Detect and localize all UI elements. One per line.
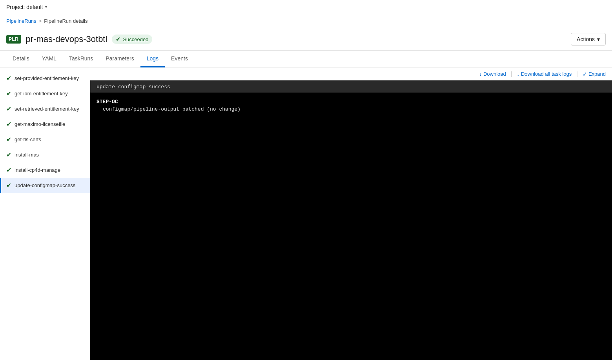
breadcrumb-separator: > bbox=[39, 18, 42, 24]
sidebar-item-set-provided-entitlement-key[interactable]: ✔ set-provided-entitlement-key bbox=[0, 71, 90, 86]
check-icon: ✔ bbox=[6, 136, 11, 143]
check-icon: ✔ bbox=[6, 75, 11, 82]
tab-logs[interactable]: Logs bbox=[140, 51, 165, 67]
sidebar-item-get-ibm-entitlement-key[interactable]: ✔ get-ibm-entitlement-key bbox=[0, 86, 90, 101]
sidebar-item-label: update-configmap-success bbox=[15, 182, 75, 188]
sidebar-item-label: get-ibm-entitlement-key bbox=[15, 91, 68, 96]
tab-details[interactable]: Details bbox=[6, 51, 36, 67]
sidebar-item-install-mas[interactable]: ✔ install-mas bbox=[0, 147, 90, 162]
download-label: Download bbox=[483, 71, 506, 77]
download-icon: ↓ bbox=[479, 71, 482, 77]
expand-label: Expand bbox=[588, 71, 606, 77]
project-selector[interactable]: Project: default ▾ bbox=[6, 4, 47, 10]
tabs-bar: Details YAML TaskRuns Parameters Logs Ev… bbox=[0, 51, 612, 67]
tab-events[interactable]: Events bbox=[165, 51, 194, 67]
sidebar-item-update-configmap-success[interactable]: ✔ update-configmap-success bbox=[0, 178, 90, 193]
breadcrumb: PipelineRuns > PipelineRun details bbox=[0, 14, 612, 28]
status-check-icon: ✔ bbox=[116, 36, 121, 43]
log-line: configmap/pipeline-output patched (no ch… bbox=[97, 106, 606, 112]
breadcrumb-current: PipelineRun details bbox=[44, 18, 87, 24]
expand-link[interactable]: ⤢ Expand bbox=[583, 71, 606, 77]
toolbar-separator-1: | bbox=[511, 71, 512, 77]
sidebar-item-label: set-provided-entitlement-key bbox=[15, 75, 79, 81]
download-link[interactable]: ↓ Download bbox=[479, 71, 506, 77]
status-text: Succeeded bbox=[123, 36, 148, 42]
log-title-bar: update-configmap-success bbox=[90, 80, 612, 93]
toolbar-separator-2: | bbox=[576, 71, 578, 77]
actions-label: Actions bbox=[577, 36, 595, 42]
breadcrumb-link[interactable]: PipelineRuns bbox=[6, 18, 36, 24]
download-all-link[interactable]: ↓ Download all task logs bbox=[517, 71, 572, 77]
log-toolbar: ↓ Download | ↓ Download all task logs | … bbox=[90, 67, 612, 80]
pipeline-run-name: pr-mas-devops-3otbtl bbox=[26, 34, 107, 44]
actions-button[interactable]: Actions ▾ bbox=[571, 33, 606, 46]
project-chevron-icon: ▾ bbox=[45, 5, 47, 9]
download-all-label: Download all task logs bbox=[521, 71, 572, 77]
sidebar-item-install-cp4d-manage[interactable]: ✔ install-cp4d-manage bbox=[0, 162, 90, 178]
sidebar-item-get-maximo-licensefile[interactable]: ✔ get-maximo-licensefile bbox=[0, 116, 90, 132]
check-icon: ✔ bbox=[6, 166, 11, 174]
log-body: STEP-OC configmap/pipeline-output patche… bbox=[90, 93, 612, 360]
page-header: PLR pr-mas-devops-3otbtl ✔ Succeeded Act… bbox=[0, 28, 612, 51]
sidebar-item-get-tls-certs[interactable]: ✔ get-tls-certs bbox=[0, 132, 90, 147]
tab-parameters[interactable]: Parameters bbox=[99, 51, 140, 67]
sidebar-item-label: install-mas bbox=[15, 152, 39, 158]
sidebar-item-set-retrieved-entitlement-key[interactable]: ✔ set-retrieved-entitlement-key bbox=[0, 101, 90, 116]
sidebar-item-label: install-cp4d-manage bbox=[15, 167, 60, 173]
log-title: update-configmap-success bbox=[97, 84, 170, 89]
sidebar-item-label: set-retrieved-entitlement-key bbox=[15, 106, 79, 112]
sidebar-item-label: get-maximo-licensefile bbox=[15, 121, 65, 127]
check-icon: ✔ bbox=[6, 151, 11, 158]
page-header-left: PLR pr-mas-devops-3otbtl ✔ Succeeded bbox=[6, 34, 152, 44]
check-icon: ✔ bbox=[6, 182, 11, 189]
check-icon: ✔ bbox=[6, 120, 11, 128]
check-icon: ✔ bbox=[6, 105, 11, 113]
sidebar: ✔ set-provided-entitlement-key ✔ get-ibm… bbox=[0, 67, 90, 360]
sidebar-item-label: get-tls-certs bbox=[15, 136, 41, 142]
main-content: ✔ set-provided-entitlement-key ✔ get-ibm… bbox=[0, 67, 612, 360]
check-icon: ✔ bbox=[6, 90, 11, 97]
expand-icon: ⤢ bbox=[583, 71, 587, 77]
top-bar: Project: default ▾ bbox=[0, 0, 612, 14]
actions-chevron-icon: ▾ bbox=[597, 36, 600, 42]
tab-yaml[interactable]: YAML bbox=[36, 51, 63, 67]
log-panel: ↓ Download | ↓ Download all task logs | … bbox=[90, 67, 612, 360]
status-badge: ✔ Succeeded bbox=[112, 35, 152, 44]
plr-badge: PLR bbox=[6, 35, 21, 44]
tab-taskruns[interactable]: TaskRuns bbox=[63, 51, 99, 67]
log-step-header: STEP-OC bbox=[97, 99, 606, 105]
project-label: Project: default bbox=[6, 4, 43, 10]
download-all-icon: ↓ bbox=[517, 71, 519, 77]
